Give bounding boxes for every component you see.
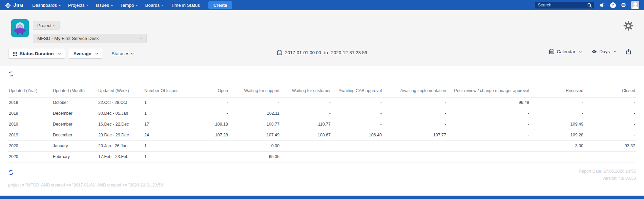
jira-logo-text: Jira	[13, 2, 23, 8]
date-range: 2017-01-01 00:00 to 2020-12-31 23:59	[277, 50, 367, 55]
user-avatar[interactable]	[631, 1, 639, 9]
column-header-resolved: Resolved	[530, 85, 584, 97]
date-to[interactable]: 2020-12-31 23:59	[331, 50, 367, 55]
report-meta: Report Date: 27.05.2020 14:55 Version: 4…	[579, 168, 636, 182]
nav-item-projects[interactable]: Projects	[64, 0, 92, 10]
calendar-icon	[549, 49, 554, 54]
search-input[interactable]	[535, 2, 594, 9]
project-type-button[interactable]: Project	[33, 21, 60, 30]
table-row: 2019December16.Dec - 22.Dec17109.18108.7…	[8, 119, 636, 130]
column-header-waiting-for-support: Waiting for support	[229, 85, 280, 97]
nav-item-dashboards[interactable]: Dashboards	[28, 0, 64, 10]
header-band: Project MFSD - My First Service Desk	[0, 10, 644, 66]
metric-button[interactable]: Average	[69, 49, 103, 59]
nav-item-issues[interactable]: Issues	[92, 0, 117, 10]
column-header-waiting-for-customer: Waiting for customer	[280, 85, 331, 97]
chevron-down-icon	[579, 50, 582, 52]
navbar-right: ? ⚙	[535, 1, 639, 9]
settings-icon[interactable]: ⚙	[621, 2, 626, 8]
column-header-number-of-issues: Number Of Issues	[144, 85, 186, 97]
chevron-down-icon	[140, 37, 143, 39]
column-header-awaiting-cab-approval: Awaiting CAB approval	[331, 85, 382, 97]
toolbar-left: Status Duration Average Statuses	[8, 49, 133, 59]
search-icon[interactable]	[587, 3, 592, 8]
chevron-down-icon	[111, 3, 113, 6]
chevron-down-icon	[136, 3, 138, 6]
project-select[interactable]: MFSD - My First Service Desk	[33, 34, 147, 43]
help-icon[interactable]: ?	[610, 2, 616, 8]
column-header-updated-year: Updated (Year)	[8, 85, 52, 97]
bottom-bar	[0, 196, 644, 199]
chevron-down-icon	[58, 52, 60, 54]
chevron-down-icon	[96, 52, 98, 54]
table-body: 2018October22.Oct - 28.Oct1-----96.48--2…	[8, 97, 636, 162]
jira-logo[interactable]: Jira	[5, 2, 23, 8]
column-header-closed: Closed	[584, 85, 636, 97]
chevron-down-icon	[53, 24, 56, 26]
gadget-settings-icon[interactable]	[623, 21, 633, 31]
table-header: Updated (Year)Updated (Month)Updated (We…	[8, 85, 636, 97]
top-navbar: Jira DashboardsProjectsIssuesTempoBoards…	[0, 0, 644, 10]
app-root: Jira DashboardsProjectsIssuesTempoBoards…	[0, 0, 644, 199]
navbar-left: Jira DashboardsProjectsIssuesTempoBoards…	[5, 0, 232, 10]
toolbar-right: Calendar Days	[549, 49, 631, 54]
chevron-down-icon	[614, 50, 616, 52]
report-date: Report Date: 27.05.2020 14:55	[579, 168, 636, 175]
export-icon[interactable]	[626, 49, 631, 54]
jql-query: project = "MFSD" AND created >= "2017-01…	[8, 183, 164, 187]
search-box	[535, 2, 594, 9]
column-header-updated-month: Updated (Month)	[52, 85, 98, 97]
chevron-down-icon	[86, 3, 89, 6]
chevron-down-icon	[161, 3, 164, 6]
column-header-updated-week: Updated (Week)	[98, 85, 144, 97]
table-row: 2020February17.Feb - 23.Feb1-65.05------	[8, 151, 636, 162]
report-type-button[interactable]: Status Duration	[8, 49, 65, 59]
refresh-icon-bottom[interactable]	[8, 170, 14, 177]
create-button[interactable]: Create	[208, 1, 232, 9]
eye-icon	[591, 50, 597, 53]
table-row: 2020January20.Jan - 26.Jan1-0.00----3.00…	[8, 140, 636, 151]
nav-item-tempo[interactable]: Tempo	[117, 0, 142, 10]
project-avatar[interactable]	[11, 19, 29, 37]
navbar-menu: DashboardsProjectsIssuesTempoBoardsTime …	[28, 0, 204, 10]
table-row: 2019December23.Dec - 29.Dec24107.28107.4…	[8, 130, 636, 140]
report-table: Updated (Year)Updated (Month)Updated (We…	[8, 85, 636, 162]
chevron-down-icon	[131, 52, 133, 54]
column-header-peer-review-change-manager-approval: Peer review / change manager approval	[447, 85, 530, 97]
units-dropdown[interactable]: Days	[591, 49, 616, 54]
table-row: 2019December30.Dec - 05.Jan1-102.11-----…	[8, 108, 636, 119]
grid-icon	[13, 52, 17, 56]
announcements-icon[interactable]	[599, 2, 605, 8]
nav-item-boards[interactable]: Boards	[141, 0, 167, 10]
calendar-dropdown[interactable]: Calendar	[549, 49, 581, 54]
chevron-down-icon	[59, 3, 61, 6]
date-separator: to	[324, 50, 328, 55]
column-header-awaiting-implementation: Awaiting implementation	[382, 85, 447, 97]
report-version: Version: 4.8.0.653	[579, 175, 636, 182]
statuses-dropdown[interactable]: Statuses	[111, 51, 133, 56]
table-row: 2018October22.Oct - 28.Oct1-----96.48--	[8, 97, 636, 108]
column-header-open: Open	[186, 85, 229, 97]
calendar-range-icon	[277, 50, 282, 55]
nav-item-time-in-status[interactable]: Time in Status	[167, 0, 204, 10]
date-from[interactable]: 2017-01-01 00:00	[285, 50, 321, 55]
jira-logo-icon	[5, 2, 11, 8]
refresh-icon[interactable]	[8, 71, 14, 78]
